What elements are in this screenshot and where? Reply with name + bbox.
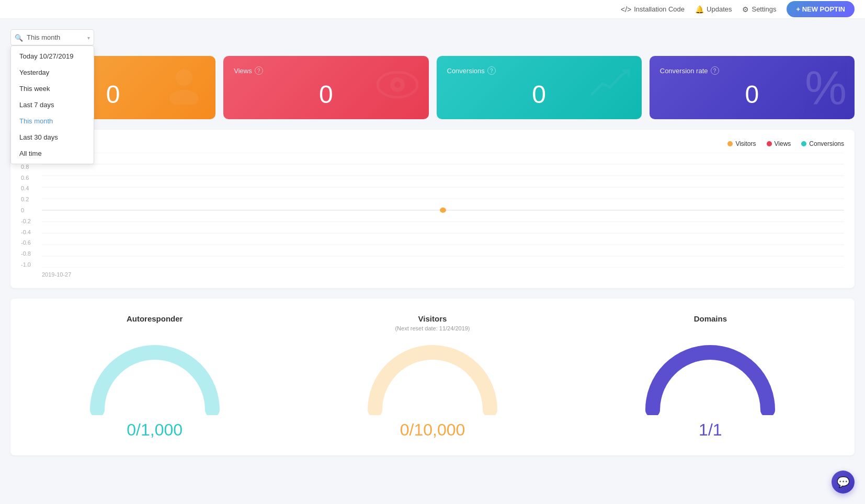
y-label-9: -0.6 xyxy=(21,239,39,246)
settings-link[interactable]: ⚙ Settings xyxy=(742,5,776,14)
top-nav: </> Installation Code 🔔 Updates ⚙ Settin… xyxy=(0,0,865,19)
conversion-rate-bg-icon: % xyxy=(805,61,847,114)
svg-point-16 xyxy=(440,208,446,213)
chevron-down-icon: ▾ xyxy=(87,35,90,40)
visitors-gauge-value: 0/10,000 xyxy=(400,420,465,440)
date-option-all-time[interactable]: All time xyxy=(11,145,94,162)
autoresponder-value: 0/1,000 xyxy=(127,420,183,440)
date-filter-dropdown[interactable]: 🔍 ▾ Today 10/27/2019 Yesterday This week… xyxy=(10,29,94,45)
date-options-menu: Today 10/27/2019 Yesterday This week Las… xyxy=(10,45,94,164)
autoresponder-subtitle xyxy=(154,325,155,331)
visitors-legend-label: Visitors xyxy=(735,140,756,147)
new-poptin-button[interactable]: + NEW POPTIN xyxy=(787,1,855,17)
visitors-gauge-svg xyxy=(365,342,500,415)
domains-gauge-value: 1/1 xyxy=(699,420,722,440)
gear-icon: ⚙ xyxy=(742,5,749,14)
conversions-legend-dot xyxy=(801,141,806,146)
stat-cards: Visitors 0 Views ? 0 xyxy=(10,56,855,119)
svg-point-4 xyxy=(394,82,401,88)
chart-legend: Visitors Views Conversions xyxy=(727,140,844,147)
gauges-section: Autoresponder 0/1,000 Visitors (Next res… xyxy=(10,299,855,455)
header-row: 🔍 ▾ Today 10/27/2019 Yesterday This week… xyxy=(10,29,855,45)
legend-visitors: Visitors xyxy=(727,140,756,147)
search-icon: 🔍 xyxy=(15,33,23,41)
date-option-last-7[interactable]: Last 7 days xyxy=(11,97,94,113)
autoresponder-gauge-svg xyxy=(87,342,223,415)
views-legend-dot xyxy=(767,141,772,146)
y-label-5: 0.2 xyxy=(21,196,39,202)
settings-label: Settings xyxy=(752,5,776,13)
y-label-10: -0.8 xyxy=(21,250,39,257)
views-legend-label: Views xyxy=(775,140,791,147)
date-option-today[interactable]: Today 10/27/2019 xyxy=(11,48,94,64)
domains-subtitle xyxy=(710,325,711,331)
updates-label: Updates xyxy=(707,5,732,13)
views-bg-icon xyxy=(377,67,418,109)
chart-body: 2019-10-27 xyxy=(42,153,844,278)
stat-card-views: Views ? 0 xyxy=(223,56,428,119)
y-label-11: -1.0 xyxy=(21,261,39,268)
search-input[interactable] xyxy=(10,29,94,45)
y-label-7: -0.2 xyxy=(21,218,39,224)
updates-link[interactable]: 🔔 Updates xyxy=(695,5,732,14)
conversions-legend-label: Conversions xyxy=(809,140,844,147)
date-option-yesterday[interactable]: Yesterday xyxy=(11,64,94,81)
date-option-this-week[interactable]: This week xyxy=(11,81,94,97)
visitors-bg-icon xyxy=(163,63,205,113)
gauge-visitors: Visitors (Next reset date: 11/24/2019) 0… xyxy=(299,314,566,440)
y-label-6: 0 xyxy=(21,207,39,213)
y-label-2: 0.8 xyxy=(21,164,39,170)
date-option-last-30[interactable]: Last 30 days xyxy=(11,129,94,145)
stat-card-conversion-rate: Conversion rate ? 0 % xyxy=(650,56,855,119)
x-axis-label: 2019-10-27 xyxy=(42,271,844,278)
conversion-rate-help-icon[interactable]: ? xyxy=(711,66,719,75)
domains-gauge-svg xyxy=(642,342,778,415)
views-help-icon[interactable]: ? xyxy=(255,66,263,75)
chart-area: 1.0 0.8 0.6 0.4 0.2 0 -0.2 -0.4 -0.6 -0.… xyxy=(21,153,844,278)
svg-point-1 xyxy=(169,90,199,105)
installation-code-label: Installation Code xyxy=(634,5,685,13)
installation-code-link[interactable]: </> Installation Code xyxy=(621,5,685,14)
code-icon: </> xyxy=(621,5,631,14)
chart-svg xyxy=(42,153,844,268)
chart-section: Visitors Views Conversions 1.0 0.8 0.6 0… xyxy=(10,130,855,288)
y-label-4: 0.4 xyxy=(21,185,39,191)
date-option-this-month[interactable]: This month xyxy=(11,113,94,129)
stat-card-conversions: Conversions ? 0 xyxy=(437,56,642,119)
autoresponder-title: Autoresponder xyxy=(127,314,183,323)
visitors-gauge-title: Visitors xyxy=(418,314,447,323)
legend-conversions: Conversions xyxy=(801,140,844,147)
gauge-autoresponder: Autoresponder 0/1,000 xyxy=(21,314,288,440)
visitors-legend-dot xyxy=(727,141,733,146)
conversions-help-icon[interactable]: ? xyxy=(487,66,496,75)
gauge-domains: Domains 1/1 xyxy=(577,314,844,440)
main-content: 🔍 ▾ Today 10/27/2019 Yesterday This week… xyxy=(0,19,865,466)
svg-point-0 xyxy=(176,69,192,86)
y-label-3: 0.6 xyxy=(21,175,39,181)
y-axis: 1.0 0.8 0.6 0.4 0.2 0 -0.2 -0.4 -0.6 -0.… xyxy=(21,153,42,268)
legend-views: Views xyxy=(767,140,791,147)
bell-icon: 🔔 xyxy=(695,5,704,14)
y-label-8: -0.4 xyxy=(21,229,39,235)
visitors-gauge-subtitle: (Next reset date: 11/24/2019) xyxy=(395,325,470,331)
conversions-bg-icon xyxy=(589,65,631,110)
domains-title: Domains xyxy=(694,314,727,323)
